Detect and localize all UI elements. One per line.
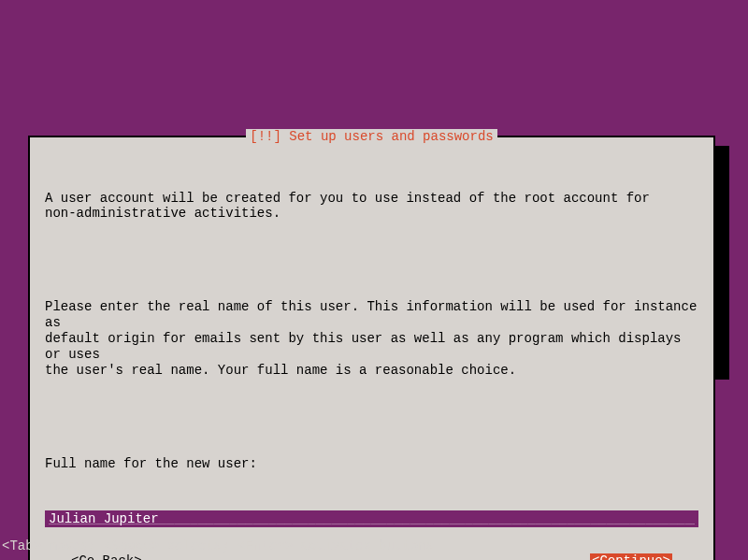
dialog-body: A user account will be created for you t… <box>45 159 698 503</box>
setup-users-dialog: [!!] Set up users and passwords A user a… <box>28 136 715 560</box>
full-name-input[interactable]: ________________________________________… <box>45 510 698 527</box>
dialog-title-row: [!!] Set up users and passwords <box>45 129 698 138</box>
dialog-paragraph-2: Please enter the real name of this user.… <box>45 299 698 378</box>
dialog-paragraph-1: A user account will be created for you t… <box>45 191 698 223</box>
dialog-prompt: Full name for the new user: <box>45 456 698 472</box>
dialog-title: [!!] Set up users and passwords <box>246 129 496 145</box>
spacer <box>45 409 698 424</box>
spacer <box>45 253 698 268</box>
full-name-value: Julian Jupiter <box>49 511 159 526</box>
footer-hint: <Tab> moves; <Space> selects; <Enter> ac… <box>2 538 434 554</box>
continue-button[interactable]: <Continue> <box>590 553 672 560</box>
